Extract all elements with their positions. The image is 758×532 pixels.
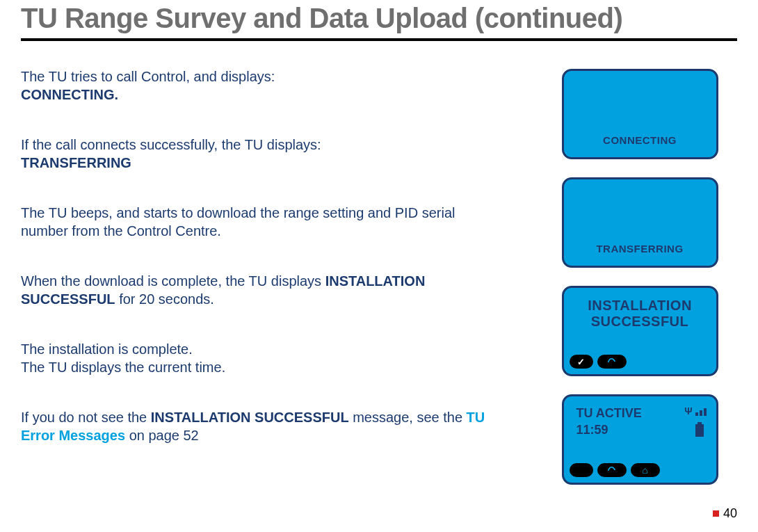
icon-bar: ⌂ (570, 463, 660, 477)
para-lead: If you do not see the (21, 410, 151, 425)
para-bold: CONNECTING. (21, 87, 118, 102)
paragraph-download: The TU beeps, and starts to download the… (21, 204, 501, 240)
page-marker-icon (713, 510, 719, 517)
page-number: 40 (713, 506, 737, 521)
signal-bar-icon (704, 408, 707, 416)
home-icon: ⌂ (642, 465, 647, 475)
screen-label: TRANSFERRING (564, 243, 716, 255)
moon-icon (606, 465, 617, 475)
para-tail: on page 52 (125, 428, 199, 443)
install-line1: INSTALLATION (588, 298, 692, 313)
para-line2: The TU displays the current time. (21, 360, 225, 375)
page-number-value: 40 (723, 506, 737, 521)
paragraph-complete: The installation is complete. The TU dis… (21, 340, 501, 376)
para-mid: message, see the (349, 410, 467, 425)
paragraph-error-ref: If you do not see the INSTALLATION SUCCE… (21, 408, 501, 444)
check-pill: ✓ (570, 355, 593, 369)
antenna-icon: Ψ (684, 406, 692, 416)
icon-bar: ✓ (570, 355, 627, 369)
para-lead: When the download is complete, the TU di… (21, 273, 325, 289)
battery-icon (695, 424, 704, 437)
screens-column: CONNECTING TRANSFERRING INSTALLATION SUC… (542, 67, 737, 485)
para-tail: for 20 seconds. (115, 291, 214, 307)
para-line1: The installation is complete. (21, 341, 193, 357)
screen-transferring: TRANSFERRING (562, 177, 718, 268)
page-title: TU Range Survey and Data Upload (continu… (21, 0, 737, 41)
home-pill: ⌂ (631, 463, 660, 477)
para-bold: INSTALLATION SUCCESSFUL (151, 410, 349, 425)
screen-label: INSTALLATION SUCCESSFUL (564, 298, 716, 330)
install-line2: SUCCESSFUL (591, 314, 689, 329)
para-bold: TRANSFERRING (21, 155, 131, 170)
signal-bar-icon (700, 410, 702, 416)
paragraph-connecting: The TU tries to call Control, and displa… (21, 67, 501, 104)
blank-pill (570, 463, 593, 477)
content-area: The TU tries to call Control, and displa… (21, 67, 737, 485)
para-lead: The TU tries to call Control, and displa… (21, 69, 275, 84)
paragraph-transferring: If the call connects successfully, the T… (21, 136, 501, 172)
moon-pill (597, 463, 627, 477)
para-text: The TU beeps, and starts to download the… (21, 205, 455, 239)
moon-pill (597, 355, 627, 369)
para-lead: If the call connects successfully, the T… (21, 137, 321, 152)
text-column: The TU tries to call Control, and displa… (21, 67, 542, 485)
active-time: 11:59 (576, 423, 608, 437)
check-icon: ✓ (577, 357, 585, 366)
signal-indicator: Ψ (684, 406, 706, 416)
paragraph-install-success: When the download is complete, the TU di… (21, 272, 501, 308)
screen-label: CONNECTING (564, 134, 716, 146)
moon-icon (606, 356, 617, 366)
signal-bar-icon (695, 412, 698, 416)
screen-tu-active: TU ACTIVE 11:59 Ψ ⌂ (562, 394, 718, 485)
screen-connecting: CONNECTING (562, 69, 718, 159)
screen-install-success: INSTALLATION SUCCESSFUL ✓ (562, 286, 718, 376)
active-label: TU ACTIVE (576, 406, 642, 421)
